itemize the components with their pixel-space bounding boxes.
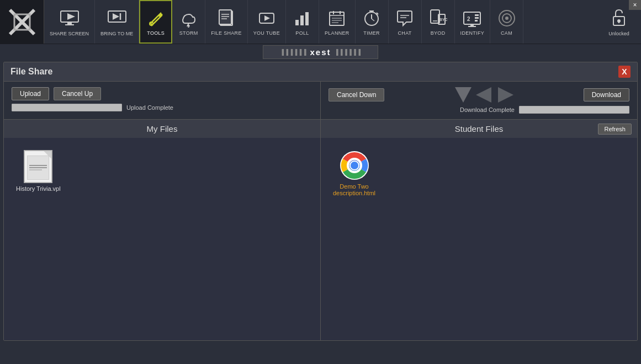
- files-row: My Files: [4, 120, 637, 340]
- svg-marker-24: [264, 15, 270, 21]
- arrow-icons: [455, 87, 513, 103]
- svg-rect-48: [470, 24, 474, 26]
- xest-prefix: ▐▐▐▐▐▐: [280, 49, 307, 55]
- panel-title: File Share: [10, 67, 52, 77]
- file-share-label: File Share: [211, 30, 242, 36]
- nav-btn-cam[interactable]: Cam: [490, 0, 523, 44]
- list-item[interactable]: Demo Two description.html: [330, 147, 379, 200]
- download-complete-label: Download Complete: [460, 106, 515, 113]
- xest-brand: xest: [310, 47, 331, 57]
- refresh-btn[interactable]: Refresh: [598, 124, 632, 135]
- svg-rect-49: [468, 26, 476, 27]
- download-btns: Cancel Down Download: [329, 87, 629, 103]
- download-progress-row: Download Complete: [329, 106, 629, 114]
- nav-btn-youtube[interactable]: You Tube: [248, 0, 286, 44]
- nav-btn-file-share[interactable]: File Share: [205, 0, 248, 44]
- student-files-header: Student Files Refresh: [321, 120, 637, 138]
- svg-rect-51: [475, 14, 479, 16]
- nav-btn-planner[interactable]: Planner: [319, 0, 356, 44]
- storm-label: Storm: [179, 30, 198, 36]
- upload-progress-bar: [12, 104, 122, 111]
- nav-btn-byod[interactable]: BYOD BYOD: [422, 0, 455, 44]
- nav-btn-timer[interactable]: Timer: [356, 0, 389, 44]
- storm-icon: [179, 8, 199, 28]
- svg-rect-28: [330, 12, 344, 25]
- share-screen-icon: [60, 8, 80, 29]
- student-files-title: Student Files: [455, 124, 504, 133]
- svg-marker-61: [476, 87, 491, 103]
- svg-rect-6: [65, 24, 74, 25]
- my-files-title: My Files: [147, 124, 178, 133]
- topbar-close-btn[interactable]: ×: [629, 0, 641, 10]
- tools-icon: [146, 8, 166, 28]
- arrow-left-icon: [497, 87, 513, 103]
- bring-to-me-btn[interactable]: BRING TO ME: [95, 0, 139, 44]
- upload-btns: Upload Cancel Up: [12, 87, 312, 100]
- planner-label: Planner: [325, 30, 349, 36]
- file-name-label: History Trivia.vpl: [16, 185, 61, 192]
- chat-label: Chat: [398, 30, 412, 36]
- student-files-content: Demo Two description.html: [321, 138, 637, 340]
- file-share-icon: [216, 8, 236, 28]
- my-files-content: History Trivia.vpl: [4, 138, 320, 340]
- timer-label: Timer: [363, 30, 380, 36]
- svg-text:2: 2: [467, 16, 470, 22]
- svg-rect-52: [475, 17, 479, 19]
- download-progress-fill: [520, 106, 629, 113]
- action-row: Upload Cancel Up Upload Complete Cancel …: [4, 82, 637, 120]
- svg-point-66: [351, 162, 358, 169]
- youtube-label: You Tube: [253, 30, 280, 36]
- svg-rect-26: [300, 15, 304, 25]
- nav-btn-poll[interactable]: Poll: [286, 0, 319, 44]
- identify-icon: 2: [462, 8, 482, 28]
- download-btn[interactable]: Download: [584, 88, 629, 101]
- svg-line-37: [372, 19, 374, 21]
- cancel-up-btn[interactable]: Cancel Up: [54, 87, 101, 100]
- download-progress-bar: [519, 106, 629, 114]
- nav-btn-identify[interactable]: 2 Identify: [455, 0, 490, 44]
- timer-icon: [362, 8, 382, 28]
- planner-icon: [327, 8, 347, 28]
- share-screen-btn[interactable]: SHARE SCREEN: [44, 0, 95, 44]
- poll-label: Poll: [295, 30, 309, 36]
- cam-label: Cam: [501, 30, 512, 36]
- svg-marker-62: [498, 87, 513, 103]
- logo-btn[interactable]: [0, 0, 44, 44]
- xest-suffix: ▐▐▐▐▐▐: [335, 49, 362, 55]
- nav-btn-tools[interactable]: Tools: [139, 0, 172, 44]
- my-files-header: My Files: [4, 120, 320, 138]
- poll-icon: [292, 8, 312, 28]
- list-item[interactable]: History Trivia.vpl: [13, 147, 64, 195]
- unlock-icon: [609, 8, 629, 29]
- nav-btn-chat[interactable]: Chat: [389, 0, 422, 44]
- svg-rect-27: [305, 12, 309, 25]
- my-files-section: My Files: [4, 120, 321, 340]
- chrome-file-icon: [339, 150, 370, 181]
- svg-point-56: [505, 17, 508, 20]
- student-files-section: Student Files Refresh: [321, 120, 637, 340]
- tools-label: Tools: [147, 30, 165, 36]
- panel-header: File Share X: [4, 62, 637, 82]
- fileshare-panel: File Share X Upload Cancel Up Upload Com…: [3, 62, 638, 341]
- svg-rect-25: [295, 20, 299, 25]
- upload-btn[interactable]: Upload: [12, 87, 49, 100]
- unlock-label: Unlocked: [608, 31, 629, 36]
- panel-close-btn[interactable]: X: [618, 66, 631, 78]
- topbar: × SHARE SCREEN BRING TO M: [0, 0, 641, 44]
- xest-label: ▐▐▐▐▐▐ xest ▐▐▐▐▐▐: [263, 45, 378, 59]
- svg-rect-5: [67, 22, 72, 24]
- youtube-icon: [257, 8, 277, 28]
- xest-bar: ▐▐▐▐▐▐ xest ▐▐▐▐▐▐: [0, 44, 641, 60]
- svg-marker-60: [455, 87, 472, 103]
- upload-section: Upload Cancel Up Upload Complete: [4, 82, 321, 119]
- upload-progress-row: Upload Complete: [12, 104, 312, 111]
- svg-rect-53: [475, 20, 478, 22]
- cancel-down-btn[interactable]: Cancel Down: [329, 88, 384, 101]
- nav-btn-storm[interactable]: Storm: [172, 0, 205, 44]
- byod-icon: BYOD: [428, 8, 448, 28]
- cam-icon: [497, 8, 517, 28]
- svg-marker-7: [67, 13, 75, 20]
- vpl-file-icon: [24, 150, 52, 183]
- upload-complete-label: Upload Complete: [126, 104, 173, 111]
- bring-to-me-label: BRING TO ME: [100, 31, 133, 36]
